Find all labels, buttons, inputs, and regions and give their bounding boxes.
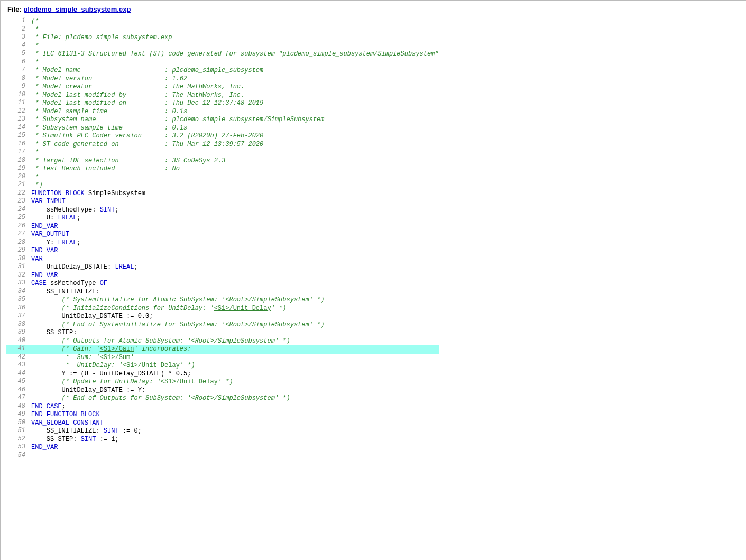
code-cell: (* InitializeConditions for UnitDelay: '… — [31, 305, 439, 313]
code-cell: UnitDelay_DSTATE := Y; — [31, 387, 439, 395]
code-cell: CASE ssMethodType OF — [31, 280, 439, 288]
code-cell: * Subsystem name : plcdemo_simple_subsys… — [31, 116, 439, 124]
code-line: 15 * Simulink PLC Coder version : 3.2 (R… — [6, 132, 439, 141]
code-cell: * — [31, 149, 439, 157]
line-number: 26 — [6, 223, 31, 231]
line-number: 19 — [6, 165, 31, 173]
code-cell: * Subsystem sample time : 0.1s — [31, 124, 439, 133]
code-cell: Y: LREAL; — [31, 239, 439, 247]
code-cell: * — [31, 42, 439, 51]
code-line: 49END_FUNCTION_BLOCK — [6, 411, 439, 419]
code-cell: *) — [31, 181, 439, 190]
line-number: 46 — [6, 387, 31, 395]
code-line: 42 * Sum: '<S1>/Sum' — [6, 354, 439, 362]
line-number: 25 — [6, 214, 31, 223]
code-line: 52 SS_STEP: SINT := 1; — [6, 436, 439, 444]
line-number: 20 — [6, 173, 31, 182]
code-line: 26END_VAR — [6, 223, 439, 231]
line-number: 22 — [6, 190, 31, 198]
code-line: 50VAR_GLOBAL CONSTANT — [6, 419, 439, 428]
line-number: 51 — [6, 427, 31, 436]
code-line: 5 * IEC 61131-3 Structured Text (ST) cod… — [6, 50, 439, 59]
line-number: 45 — [6, 378, 31, 387]
code-line: 37 UnitDelay_DSTATE := 0.0; — [6, 313, 439, 321]
code-line: 30VAR — [6, 255, 439, 264]
line-number: 52 — [6, 436, 31, 444]
code-cell: END_VAR — [31, 444, 439, 452]
line-number: 5 — [6, 50, 31, 59]
line-number: 41 — [6, 345, 31, 354]
code-cell: U: LREAL; — [31, 214, 439, 223]
line-number: 49 — [6, 411, 31, 419]
code-cell: END_FUNCTION_BLOCK — [31, 411, 439, 419]
line-number: 28 — [6, 239, 31, 247]
code-line: 48END_CASE; — [6, 403, 439, 411]
code-cell: (* End of Outputs for SubSystem: '<Root>… — [31, 394, 439, 403]
block-link[interactable]: <S1>/Unit Delay — [123, 362, 180, 369]
line-number: 23 — [6, 198, 31, 206]
code-line: 21 *) — [6, 181, 439, 190]
line-number: 7 — [6, 67, 31, 75]
line-number: 35 — [6, 296, 31, 305]
code-line: 3 * File: plcdemo_simple_subsystem.exp — [6, 34, 439, 42]
code-cell: END_VAR — [31, 272, 439, 280]
code-line: 9 * Model creator : The MathWorks, Inc. — [6, 83, 439, 91]
file-header: File: plcdemo_simple_subsystem.exp — [7, 5, 741, 13]
code-cell: * Sum: '<S1>/Sum' — [31, 354, 439, 362]
code-line: 12 * Model sample time : 0.1s — [6, 108, 439, 116]
line-number: 14 — [6, 124, 31, 133]
line-number: 34 — [6, 288, 31, 297]
block-link[interactable]: <S1>/Unit Delay — [214, 305, 271, 312]
code-cell: SS_INITIALIZE: — [31, 288, 439, 297]
code-cell: * UnitDelay: '<S1>/Unit Delay' *) — [31, 362, 439, 370]
line-number: 32 — [6, 272, 31, 280]
code-cell: * Simulink PLC Coder version : 3.2 (R202… — [31, 132, 439, 141]
line-number: 15 — [6, 132, 31, 141]
line-number: 12 — [6, 108, 31, 116]
line-number: 48 — [6, 403, 31, 411]
code-line: 23VAR_INPUT — [6, 198, 439, 206]
line-number: 36 — [6, 305, 31, 313]
file-link[interactable]: plcdemo_simple_subsystem.exp — [23, 5, 131, 13]
code-cell: (* Gain: '<S1>/Gain' incorporates: — [31, 345, 439, 354]
code-cell: VAR_GLOBAL CONSTANT — [31, 419, 439, 428]
code-line: 10 * Model last modified by : The MathWo… — [6, 91, 439, 100]
block-link[interactable]: <S1>/Gain — [100, 345, 134, 353]
code-cell: END_VAR — [31, 247, 439, 255]
code-line: 44 Y := (U - UnitDelay_DSTATE) * 0.5; — [6, 370, 439, 379]
code-cell: * Model creator : The MathWorks, Inc. — [31, 83, 439, 91]
code-line: 13 * Subsystem name : plcdemo_simple_sub… — [6, 116, 439, 124]
code-cell: * Model last modified on : Thu Dec 12 12… — [31, 99, 439, 108]
line-number: 33 — [6, 280, 31, 288]
code-line: 47 (* End of Outputs for SubSystem: '<Ro… — [6, 394, 439, 403]
line-number: 18 — [6, 157, 31, 166]
line-number: 11 — [6, 99, 31, 108]
line-number: 21 — [6, 181, 31, 190]
code-line: 36 (* InitializeConditions for UnitDelay… — [6, 305, 439, 313]
code-line: 43 * UnitDelay: '<S1>/Unit Delay' *) — [6, 362, 439, 370]
code-cell: SS_INITIALIZE: SINT := 0; — [31, 427, 439, 436]
line-number: 43 — [6, 362, 31, 370]
line-number: 47 — [6, 394, 31, 403]
code-cell: * Model version : 1.62 — [31, 75, 439, 84]
line-number: 39 — [6, 329, 31, 337]
line-number: 54 — [6, 452, 31, 460]
code-cell: * — [31, 59, 439, 67]
line-number: 16 — [6, 141, 31, 149]
block-link[interactable]: <S1>/Sum — [100, 354, 131, 361]
line-number: 27 — [6, 231, 31, 239]
code-line: 22FUNCTION_BLOCK SimpleSubsystem — [6, 190, 439, 198]
code-cell: (* — [31, 17, 439, 26]
code-line: 38 (* End of SystemInitialize for SubSys… — [6, 321, 439, 329]
code-cell: * Target IDE selection : 3S CoDeSys 2.3 — [31, 157, 439, 166]
line-number: 2 — [6, 26, 31, 34]
code-line: 34 SS_INITIALIZE: — [6, 288, 439, 297]
code-line: 18 * Target IDE selection : 3S CoDeSys 2… — [6, 157, 439, 166]
code-table: 1(*2 *3 * File: plcdemo_simple_subsystem… — [6, 17, 439, 459]
code-cell: * — [31, 173, 439, 182]
line-number: 4 — [6, 42, 31, 51]
code-line: 39 SS_STEP: — [6, 329, 439, 337]
code-line: 8 * Model version : 1.62 — [6, 75, 439, 84]
block-link[interactable]: <S1>/Unit Delay — [161, 378, 218, 385]
line-number: 29 — [6, 247, 31, 255]
